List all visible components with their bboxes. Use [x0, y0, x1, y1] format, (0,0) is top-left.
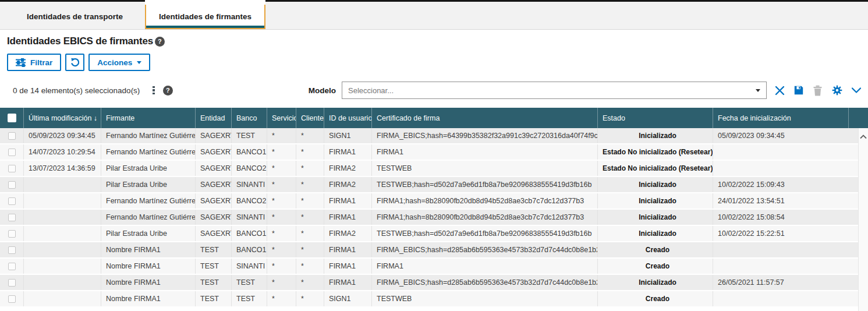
tab-identidades-firmantes[interactable]: Identidades de firmantes [145, 3, 265, 29]
cell-firmante: Pilar Estrada Uribe [101, 226, 195, 241]
collapse-chevron-icon[interactable] [852, 87, 861, 93]
cell-estado: Inicializado [597, 177, 713, 192]
row-checkbox[interactable] [8, 132, 16, 140]
cell-estado: Creado [597, 242, 713, 257]
actions-button[interactable]: Acciones [88, 54, 150, 71]
table-row[interactable]: 05/09/2023 09:34:45Fernando Martínez Gut… [0, 128, 868, 144]
filter-icon [16, 58, 26, 67]
cell-estado: Estado No inicializado (Resetear) [597, 161, 713, 176]
filter-button[interactable]: Filtrar [7, 54, 61, 71]
table-row[interactable]: 14/07/2023 10:29:54Fernando Martínez Gut… [0, 144, 868, 161]
row-checkbox-cell [0, 193, 23, 208]
cell-ultima: 05/09/2023 09:34:45 [23, 128, 101, 143]
vertical-scrollbar[interactable] [858, 128, 868, 311]
tab-bar: Identidades de transporte Identidades de… [0, 2, 868, 30]
row-checkbox[interactable] [8, 295, 16, 303]
cell-entidad: TEST [195, 259, 231, 274]
cell-firmante: Nombre FIRMA1 [101, 259, 195, 274]
refresh-button[interactable] [65, 54, 84, 71]
save-icon[interactable] [793, 85, 804, 96]
header-scrollbar-spacer [848, 108, 858, 128]
clear-selection-icon[interactable] [775, 86, 785, 96]
cell-fecha: 10/02/2022 15:09:43 [713, 177, 858, 192]
cell-firmante: Fernando Martínez Gutiérrez [101, 128, 195, 143]
column-header[interactable]: Estado [597, 108, 713, 128]
model-select[interactable]: Seleccionar... [342, 82, 767, 99]
select-caret-icon [756, 89, 760, 92]
row-checkbox-cell [0, 291, 23, 306]
tab-identidades-transporte[interactable]: Identidades de transporte [14, 3, 136, 29]
column-header[interactable]: Certificado de firma [371, 108, 597, 128]
row-checkbox[interactable] [8, 181, 16, 189]
table-header: Última modificación ↓FirmanteEntidadBanc… [0, 108, 868, 128]
cell-ultima [23, 226, 101, 241]
cell-servicio: * [267, 161, 296, 176]
column-header[interactable]: Banco [231, 108, 267, 128]
table-row[interactable]: Nombre FIRMA1TESTBANCO1**FIRMA1FIRMA_EBI… [0, 242, 868, 259]
cell-cliente: * [296, 128, 324, 143]
kebab-menu-icon[interactable] [153, 86, 155, 95]
row-checkbox[interactable] [8, 165, 16, 172]
cell-id_usuario: FIRMA1 [324, 275, 371, 290]
row-checkbox[interactable] [8, 246, 16, 254]
select-all-checkbox[interactable] [8, 114, 16, 122]
gear-icon[interactable] [831, 84, 843, 96]
row-checkbox-cell [0, 210, 23, 225]
actions-button-label: Acciones [97, 58, 132, 67]
page-title: Identidades EBICS de firmantes [7, 36, 153, 47]
column-header[interactable]: Firmante [101, 108, 195, 128]
cell-estado: Creado [597, 291, 713, 306]
column-header[interactable]: Servicio [267, 108, 296, 128]
row-checkbox[interactable] [8, 279, 16, 287]
cell-cliente: * [296, 161, 324, 176]
row-checkbox-cell [0, 259, 23, 274]
help-icon[interactable]: ? [155, 37, 165, 47]
trash-icon[interactable] [813, 85, 823, 96]
model-label: Modelo [309, 86, 336, 95]
cell-servicio: * [267, 144, 296, 160]
table-row[interactable]: Fernando Martínez GutiérrezSAGEXRTSINANT… [0, 210, 868, 226]
cell-entidad: TEST [195, 291, 231, 306]
cell-entidad: SAGEXRT [195, 144, 231, 160]
row-checkbox[interactable] [8, 197, 16, 205]
table-row[interactable]: Nombre FIRMA1TESTTEST**FIRMA1FIRMA_EBICS… [0, 275, 868, 291]
cell-banco: SINANTI [231, 177, 267, 192]
cell-banco: TEST [231, 275, 267, 290]
cell-ultima [23, 193, 101, 208]
column-header[interactable]: Cliente [296, 108, 324, 128]
cell-id_usuario: SIGN1 [324, 128, 371, 143]
cell-certificado: FIRMA1;hash=8b28090fb20db8d94b52d8ae3cb7… [371, 210, 597, 225]
table-row[interactable]: Nombre FIRMA1TESTSINANTI**FIRMA1FIRMA1Cr… [0, 259, 868, 275]
cell-id_usuario: FIRMA1 [324, 242, 371, 257]
column-header[interactable]: ID de usuario [324, 108, 371, 128]
cell-estado: Inicializado [597, 128, 713, 143]
cell-fecha [713, 259, 858, 274]
row-checkbox-cell [0, 226, 23, 241]
cell-firmante: Fernando Martínez Gutiérrez [101, 193, 195, 208]
cell-servicio: * [267, 259, 296, 274]
row-checkbox-cell [0, 177, 23, 192]
cell-firmante: Nombre FIRMA1 [101, 291, 195, 306]
cell-ultima: 13/07/2023 14:36:59 [23, 161, 101, 176]
column-header[interactable]: Entidad [195, 108, 231, 128]
table-row[interactable]: 13/07/2023 14:36:59Pilar Estrada UribeSA… [0, 161, 868, 177]
cell-banco: SINANTI [231, 210, 267, 225]
cell-id_usuario: FIRMA1 [324, 144, 371, 160]
row-checkbox[interactable] [8, 263, 16, 270]
cell-entidad: SAGEXRT [195, 177, 231, 192]
cell-ultima [23, 210, 101, 225]
column-header[interactable]: Fecha de inicialización [713, 108, 848, 128]
column-header[interactable]: Última modificación ↓ [23, 108, 101, 128]
cell-id_usuario: FIRMA1 [324, 210, 371, 225]
table-row[interactable]: Pilar Estrada UribeSAGEXRTSINANTI**FIRMA… [0, 177, 868, 193]
table-row[interactable]: Nombre FIRMA1TESTTEST**SIGN1TESTWEBCread… [0, 291, 868, 308]
row-checkbox[interactable] [8, 149, 16, 156]
cell-certificado: TESTWEB;hash=d502d7a9e6d1fb8a7be92096838… [371, 177, 597, 192]
table-row[interactable]: Pilar Estrada UribeSAGEXRTBANCO1**FIRMA2… [0, 226, 868, 242]
row-checkbox[interactable] [8, 230, 16, 238]
cell-fecha [713, 291, 858, 306]
table-row[interactable]: Fernando Martínez GutiérrezSAGEXRTBANCO2… [0, 193, 868, 210]
scroll-up-icon[interactable] [860, 131, 867, 142]
help-icon[interactable]: ? [163, 86, 173, 96]
row-checkbox[interactable] [8, 214, 16, 221]
